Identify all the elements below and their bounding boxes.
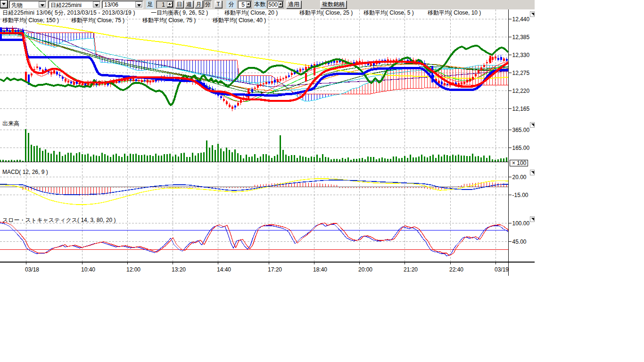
svg-text:165.00: 165.00 (512, 145, 530, 151)
svg-text:移動平均( Close, 20 ): 移動平均( Close, 20 ) (224, 9, 278, 16)
svg-text:12,275: 12,275 (512, 70, 530, 76)
svg-text:03/18: 03/18 (25, 266, 39, 273)
svg-text:日経225mini 13/06( 5分, 2013/03/1: 日経225mini 13/06( 5分, 2013/03/15 - 2013/0… (2, 9, 135, 16)
svg-text:12,440: 12,440 (512, 16, 530, 23)
svg-text:出来高: 出来高 (2, 120, 19, 127)
svg-text:12:00: 12:00 (126, 266, 140, 273)
svg-text:21:20: 21:20 (404, 266, 418, 273)
svg-text:20:00: 20:00 (358, 266, 372, 273)
svg-text:12,330: 12,330 (512, 52, 530, 58)
svg-text:一目均衡表( 9, 26, 52 ): 一目均衡表( 9, 26, 52 ) (151, 9, 208, 16)
svg-text:18:40: 18:40 (313, 266, 327, 273)
svg-text:45.00: 45.00 (512, 239, 527, 245)
svg-text:12,165: 12,165 (512, 106, 530, 112)
svg-text:移動平均( Close, 75 ): 移動平均( Close, 75 ) (142, 17, 196, 24)
svg-text:10:40: 10:40 (81, 266, 95, 273)
svg-text:13:20: 13:20 (172, 266, 186, 273)
svg-text:× 100: × 100 (512, 160, 527, 166)
svg-text:移動平均( Close, 5 ): 移動平均( Close, 5 ) (363, 9, 414, 16)
svg-text:移動平均( Close, 40 ): 移動平均( Close, 40 ) (213, 17, 266, 24)
svg-text:17:20: 17:20 (268, 266, 282, 273)
svg-text:移動平均( Close, 10 ): 移動平均( Close, 10 ) (428, 9, 481, 16)
svg-text:スロー・ストキャスティクス( 14, 3, 80, 20 ): スロー・ストキャスティクス( 14, 3, 80, 20 ) (2, 217, 116, 223)
svg-text:12,220: 12,220 (512, 88, 530, 94)
svg-text:MACD( 12, 26, 9 ): MACD( 12, 26, 9 ) (2, 169, 48, 175)
svg-text:移動平均( Close, 150 ): 移動平均( Close, 150 ) (2, 17, 59, 24)
svg-text:移動平均( Close, 25 ): 移動平均( Close, 25 ) (299, 9, 353, 16)
svg-text:22:40: 22:40 (449, 266, 463, 273)
svg-text:20.00: 20.00 (512, 174, 527, 181)
svg-text:移動平均( Close, 75 ): 移動平均( Close, 75 ) (71, 17, 124, 24)
svg-text:12,385: 12,385 (512, 34, 530, 41)
svg-text:-15.00: -15.00 (512, 192, 528, 198)
svg-text:100.00: 100.00 (512, 220, 530, 227)
svg-text:365.00: 365.00 (512, 127, 530, 133)
svg-text:14:40: 14:40 (217, 266, 231, 273)
svg-text:03/19: 03/19 (495, 266, 509, 273)
